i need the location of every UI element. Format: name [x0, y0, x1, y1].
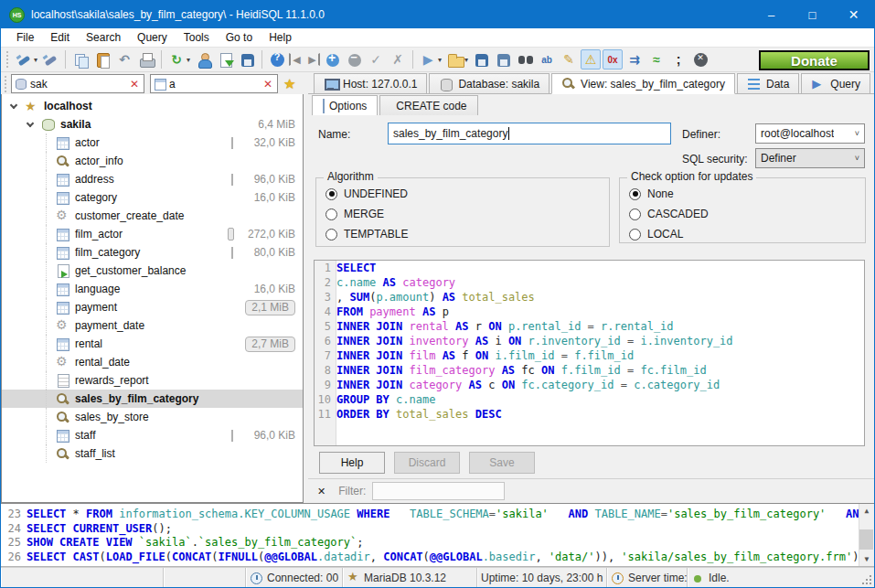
delete-row-icon[interactable]: [344, 49, 364, 69]
check-option-none[interactable]: None: [629, 184, 865, 204]
save-grid-icon[interactable]: [237, 49, 257, 69]
radio-icon[interactable]: [325, 229, 337, 241]
scroll-up-icon[interactable]: ▲: [865, 504, 870, 518]
menu-edit[interactable]: Edit: [42, 29, 78, 46]
algorithm-option-merge[interactable]: MERGE: [325, 204, 609, 224]
blob-warning-icon[interactable]: ⚠: [581, 49, 601, 69]
tab-data[interactable]: Data: [737, 73, 799, 93]
discard-button[interactable]: Discard: [394, 452, 460, 474]
save-button[interactable]: Save: [469, 452, 535, 474]
expand-chevron-icon[interactable]: [10, 101, 17, 108]
insert-row-icon[interactable]: [322, 49, 342, 69]
export-database-icon[interactable]: [215, 49, 235, 69]
tree-item-sakila[interactable]: sakila6,4 MiB: [2, 115, 303, 134]
tree-item-staff[interactable]: staff96,0 KiB: [2, 426, 303, 444]
stop-icon[interactable]: [690, 49, 710, 69]
tree-item-staff_list[interactable]: staff_list: [2, 444, 303, 463]
check-option-local[interactable]: LOCAL: [629, 224, 865, 244]
replace-text-icon[interactable]: ab: [537, 49, 557, 69]
beautify-sql-icon[interactable]: ✎: [559, 49, 579, 69]
maximize-button[interactable]: □: [792, 1, 833, 28]
favorites-icon[interactable]: ★: [283, 76, 295, 92]
filter-input[interactable]: [372, 482, 505, 500]
user-manager-icon[interactable]: [193, 49, 213, 69]
radio-icon[interactable]: [629, 208, 641, 220]
tree-item-sales_by_film_category[interactable]: sales_by_film_category: [2, 390, 303, 408]
toolbar-grip[interactable]: [5, 51, 10, 68]
session-manager-icon-dropdown[interactable]: ▾: [34, 56, 37, 64]
filter-grip[interactable]: [4, 76, 8, 92]
menu-tools[interactable]: Tools: [176, 29, 218, 46]
clear-database-filter-icon[interactable]: ✕: [128, 78, 141, 91]
help-icon[interactable]: [267, 49, 287, 69]
tree-item-category[interactable]: category16,0 KiB: [2, 188, 303, 207]
menu-search[interactable]: Search: [78, 29, 129, 46]
run-query-icon[interactable]: ▶: [418, 49, 438, 69]
tree-item-address[interactable]: address96,0 KiB: [2, 170, 303, 188]
cancel-edits-icon[interactable]: ✗: [388, 49, 408, 69]
close-button[interactable]: ✕: [833, 1, 874, 28]
tree-item-payment_date[interactable]: payment_date: [2, 316, 303, 335]
reformat-icon[interactable]: ≈: [646, 49, 667, 69]
definer-select[interactable]: root@localhost ˅: [755, 123, 865, 144]
menu-help[interactable]: Help: [261, 29, 300, 46]
tree-item-rental[interactable]: rental2,7 MiB: [2, 335, 303, 353]
print-icon[interactable]: [136, 49, 156, 69]
next-tab-icon[interactable]: ▶: [305, 53, 320, 66]
copy-icon[interactable]: [70, 49, 91, 69]
tree-item-film_category[interactable]: film_category80,0 KiB: [2, 243, 303, 262]
resize-grip[interactable]: [861, 574, 872, 585]
open-sql-file-icon-dropdown[interactable]: ▾: [464, 56, 468, 64]
session-manager-icon[interactable]: [14, 49, 34, 69]
log-scrollbar-thumb[interactable]: [859, 529, 873, 550]
refresh-icon[interactable]: ↻: [166, 49, 187, 69]
save-sql-as-icon[interactable]: [493, 49, 513, 69]
database-filter-input[interactable]: sak ✕: [11, 74, 144, 93]
tree-item-payment[interactable]: payment2,1 MiB: [2, 298, 303, 316]
tree-item-rental_date[interactable]: rental_date: [2, 353, 303, 371]
tree-item-get_customer_balance[interactable]: get_customer_balance: [2, 262, 303, 280]
tree-item-sales_by_store[interactable]: sales_by_store: [2, 408, 303, 426]
post-edits-icon[interactable]: ✓: [366, 49, 386, 69]
disconnect-icon[interactable]: [40, 49, 60, 69]
paste-icon[interactable]: [92, 49, 112, 69]
delimiter-icon[interactable]: ;: [668, 49, 688, 69]
sql-security-select[interactable]: Definer ˅: [755, 148, 865, 168]
find-text-icon[interactable]: [515, 49, 535, 69]
algorithm-option-temptable[interactable]: TEMPTABLE: [325, 224, 609, 244]
tab-host-127-0-0-1[interactable]: Host: 127.0.0.1: [314, 73, 427, 93]
tree-item-rewards_report[interactable]: rewards_report: [2, 371, 303, 390]
menu-go-to[interactable]: Go to: [218, 29, 261, 46]
algorithm-option-undefined[interactable]: UNDEFINED: [325, 184, 609, 204]
open-sql-file-icon[interactable]: [444, 49, 464, 69]
goto-line-icon[interactable]: ⇉: [624, 49, 645, 69]
table-filter-input[interactable]: a ✕: [150, 74, 278, 93]
view-name-input[interactable]: sales_by_film_category: [388, 123, 671, 144]
radio-icon[interactable]: [325, 188, 337, 200]
tree-item-localhost[interactable]: localhost: [2, 97, 303, 115]
tree-item-language[interactable]: language16,0 KiB: [2, 280, 303, 298]
tree-item-actor_info[interactable]: actor_info: [2, 152, 303, 170]
check-option-cascaded[interactable]: CASCADED: [629, 204, 865, 224]
subtab-options[interactable]: Options: [312, 95, 378, 115]
tree-item-customer_create_date[interactable]: customer_create_date: [2, 207, 303, 225]
scroll-down-icon[interactable]: ▼: [865, 552, 870, 566]
help-button[interactable]: Help: [319, 452, 385, 474]
subtab-create-code[interactable]: CREATE code: [379, 95, 477, 115]
donate-button[interactable]: Donate: [759, 50, 870, 70]
expand-chevron-icon[interactable]: [27, 119, 34, 126]
tree-item-film_actor[interactable]: film_actor272,0 KiB: [2, 225, 303, 243]
clear-table-filter-icon[interactable]: ✕: [261, 78, 274, 91]
close-filter-icon[interactable]: ✕: [317, 486, 325, 497]
refresh-icon-dropdown[interactable]: ▾: [187, 56, 190, 64]
menu-file[interactable]: File: [8, 29, 42, 46]
radio-icon[interactable]: [629, 188, 641, 200]
minimize-button[interactable]: –: [751, 1, 792, 28]
previous-tab-icon[interactable]: ◀: [289, 53, 304, 66]
view-select-code-editor[interactable]: 1SELECT2c.name AS category3, SUM(p.amoun…: [314, 260, 865, 446]
undo-icon[interactable]: ↶: [114, 49, 134, 69]
tab-query[interactable]: Query: [801, 73, 870, 93]
hex-view-icon[interactable]: 0x: [603, 49, 623, 69]
tab-view-sales-by-film-category[interactable]: View: sales_by_film_category: [551, 73, 735, 94]
radio-icon[interactable]: [325, 208, 337, 220]
